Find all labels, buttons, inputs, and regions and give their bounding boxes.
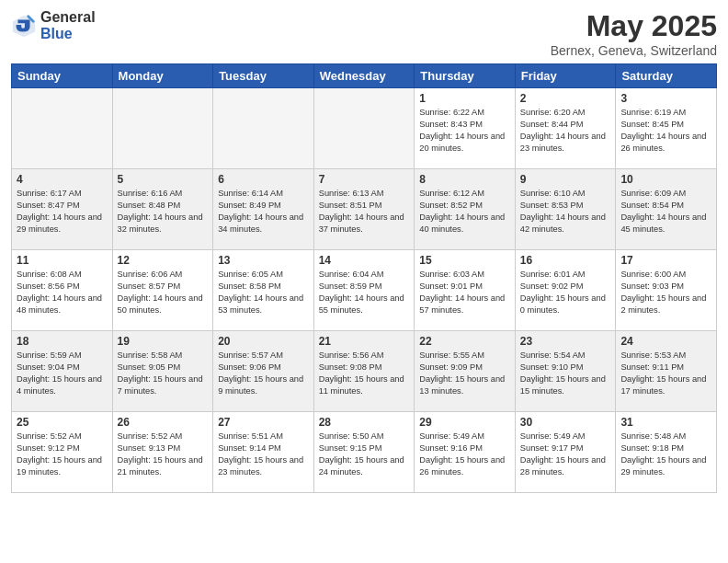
day-info: Sunrise: 5:49 AM Sunset: 9:16 PM Dayligh…: [419, 431, 510, 478]
calendar-cell: 16Sunrise: 6:01 AM Sunset: 9:02 PM Dayli…: [515, 250, 616, 331]
day-number: 23: [520, 335, 611, 348]
day-info: Sunrise: 5:57 AM Sunset: 9:06 PM Dayligh…: [218, 350, 309, 397]
calendar-week-0: 1Sunrise: 6:22 AM Sunset: 8:43 PM Daylig…: [12, 88, 717, 169]
calendar-cell: 19Sunrise: 5:58 AM Sunset: 9:05 PM Dayli…: [112, 331, 213, 412]
calendar-cell: 22Sunrise: 5:55 AM Sunset: 9:09 PM Dayli…: [415, 331, 516, 412]
col-monday: Monday: [112, 64, 213, 88]
day-number: 24: [620, 335, 711, 348]
day-number: 20: [218, 335, 309, 348]
calendar-cell: 27Sunrise: 5:51 AM Sunset: 9:14 PM Dayli…: [213, 412, 314, 493]
calendar-cell: [12, 88, 113, 169]
page-container: General Blue May 2025 Bernex, Geneva, Sw…: [0, 0, 728, 563]
day-number: 6: [218, 173, 309, 186]
day-info: Sunrise: 6:08 AM Sunset: 8:56 PM Dayligh…: [17, 269, 108, 316]
calendar-cell: [313, 88, 415, 169]
day-number: 31: [620, 416, 711, 429]
day-info: Sunrise: 6:19 AM Sunset: 8:45 PM Dayligh…: [620, 107, 711, 155]
day-info: Sunrise: 6:09 AM Sunset: 8:54 PM Dayligh…: [620, 188, 711, 236]
day-info: Sunrise: 5:58 AM Sunset: 9:05 PM Dayligh…: [118, 350, 209, 397]
day-info: Sunrise: 5:53 AM Sunset: 9:11 PM Dayligh…: [620, 350, 711, 397]
logo-text: General Blue: [40, 9, 96, 41]
calendar-body: 1Sunrise: 6:22 AM Sunset: 8:43 PM Daylig…: [12, 88, 717, 493]
day-info: Sunrise: 6:05 AM Sunset: 8:58 PM Dayligh…: [218, 269, 309, 316]
day-info: Sunrise: 6:10 AM Sunset: 8:53 PM Dayligh…: [520, 188, 611, 236]
header-row: Sunday Monday Tuesday Wednesday Thursday…: [12, 64, 717, 88]
calendar-cell: 24Sunrise: 5:53 AM Sunset: 9:11 PM Dayli…: [616, 331, 717, 412]
calendar-cell: 20Sunrise: 5:57 AM Sunset: 9:06 PM Dayli…: [213, 331, 314, 412]
day-number: 5: [118, 173, 209, 186]
day-info: Sunrise: 6:17 AM Sunset: 8:47 PM Dayligh…: [17, 188, 108, 236]
day-info: Sunrise: 5:59 AM Sunset: 9:04 PM Dayligh…: [17, 350, 108, 397]
calendar-week-3: 18Sunrise: 5:59 AM Sunset: 9:04 PM Dayli…: [12, 331, 717, 412]
day-number: 14: [319, 254, 410, 267]
calendar-cell: 28Sunrise: 5:50 AM Sunset: 9:15 PM Dayli…: [313, 412, 415, 493]
day-number: 15: [419, 254, 510, 267]
calendar-cell: 23Sunrise: 5:54 AM Sunset: 9:10 PM Dayli…: [515, 331, 616, 412]
day-number: 10: [620, 173, 711, 186]
calendar-week-4: 25Sunrise: 5:52 AM Sunset: 9:12 PM Dayli…: [12, 412, 717, 493]
day-info: Sunrise: 6:04 AM Sunset: 8:59 PM Dayligh…: [319, 269, 410, 316]
day-info: Sunrise: 6:16 AM Sunset: 8:48 PM Dayligh…: [118, 188, 209, 236]
day-number: 19: [118, 335, 209, 348]
day-info: Sunrise: 6:03 AM Sunset: 9:01 PM Dayligh…: [419, 269, 510, 316]
day-info: Sunrise: 6:14 AM Sunset: 8:49 PM Dayligh…: [218, 188, 309, 236]
col-wednesday: Wednesday: [313, 64, 415, 88]
day-info: Sunrise: 6:06 AM Sunset: 8:57 PM Dayligh…: [118, 269, 209, 316]
calendar-cell: 1Sunrise: 6:22 AM Sunset: 8:43 PM Daylig…: [415, 88, 516, 169]
day-number: 25: [17, 416, 108, 429]
day-info: Sunrise: 5:48 AM Sunset: 9:18 PM Dayligh…: [620, 431, 711, 478]
day-info: Sunrise: 5:50 AM Sunset: 9:15 PM Dayligh…: [319, 431, 410, 478]
day-number: 1: [419, 92, 510, 105]
day-number: 28: [319, 416, 410, 429]
day-number: 11: [17, 254, 108, 267]
calendar-header: Sunday Monday Tuesday Wednesday Thursday…: [12, 64, 717, 88]
day-info: Sunrise: 6:01 AM Sunset: 9:02 PM Dayligh…: [520, 269, 611, 316]
col-sunday: Sunday: [12, 64, 113, 88]
calendar-cell: 8Sunrise: 6:12 AM Sunset: 8:52 PM Daylig…: [415, 169, 516, 250]
logo-blue: Blue: [40, 26, 96, 42]
day-info: Sunrise: 6:00 AM Sunset: 9:03 PM Dayligh…: [620, 269, 711, 316]
day-number: 30: [520, 416, 611, 429]
calendar-cell: 5Sunrise: 6:16 AM Sunset: 8:48 PM Daylig…: [112, 169, 213, 250]
day-number: 4: [17, 173, 108, 186]
day-info: Sunrise: 5:56 AM Sunset: 9:08 PM Dayligh…: [319, 350, 410, 397]
calendar-cell: 14Sunrise: 6:04 AM Sunset: 8:59 PM Dayli…: [313, 250, 415, 331]
calendar-cell: 26Sunrise: 5:52 AM Sunset: 9:13 PM Dayli…: [112, 412, 213, 493]
calendar-table: Sunday Monday Tuesday Wednesday Thursday…: [11, 63, 717, 493]
day-info: Sunrise: 5:52 AM Sunset: 9:13 PM Dayligh…: [118, 431, 209, 478]
day-number: 9: [520, 173, 611, 186]
col-thursday: Thursday: [415, 64, 516, 88]
calendar-cell: 13Sunrise: 6:05 AM Sunset: 8:58 PM Dayli…: [213, 250, 314, 331]
day-number: 12: [118, 254, 209, 267]
day-number: 2: [520, 92, 611, 105]
day-number: 16: [520, 254, 611, 267]
calendar-cell: 10Sunrise: 6:09 AM Sunset: 8:54 PM Dayli…: [616, 169, 717, 250]
day-info: Sunrise: 5:55 AM Sunset: 9:09 PM Dayligh…: [419, 350, 510, 397]
calendar-cell: 17Sunrise: 6:00 AM Sunset: 9:03 PM Dayli…: [616, 250, 717, 331]
calendar-cell: 31Sunrise: 5:48 AM Sunset: 9:18 PM Dayli…: [616, 412, 717, 493]
day-number: 18: [17, 335, 108, 348]
calendar-cell: 25Sunrise: 5:52 AM Sunset: 9:12 PM Dayli…: [12, 412, 113, 493]
calendar-cell: 12Sunrise: 6:06 AM Sunset: 8:57 PM Dayli…: [112, 250, 213, 331]
main-title: May 2025: [551, 9, 717, 43]
day-number: 22: [419, 335, 510, 348]
day-info: Sunrise: 6:13 AM Sunset: 8:51 PM Dayligh…: [319, 188, 410, 236]
calendar-cell: 29Sunrise: 5:49 AM Sunset: 9:16 PM Dayli…: [415, 412, 516, 493]
calendar-cell: 4Sunrise: 6:17 AM Sunset: 8:47 PM Daylig…: [12, 169, 113, 250]
calendar-cell: 18Sunrise: 5:59 AM Sunset: 9:04 PM Dayli…: [12, 331, 113, 412]
calendar-cell: [112, 88, 213, 169]
day-number: 8: [419, 173, 510, 186]
calendar-week-2: 11Sunrise: 6:08 AM Sunset: 8:56 PM Dayli…: [12, 250, 717, 331]
calendar-cell: 11Sunrise: 6:08 AM Sunset: 8:56 PM Dayli…: [12, 250, 113, 331]
day-info: Sunrise: 6:22 AM Sunset: 8:43 PM Dayligh…: [419, 107, 510, 155]
col-tuesday: Tuesday: [213, 64, 314, 88]
calendar-week-1: 4Sunrise: 6:17 AM Sunset: 8:47 PM Daylig…: [12, 169, 717, 250]
day-info: Sunrise: 5:54 AM Sunset: 9:10 PM Dayligh…: [520, 350, 611, 397]
day-number: 29: [419, 416, 510, 429]
day-number: 26: [118, 416, 209, 429]
day-number: 13: [218, 254, 309, 267]
day-info: Sunrise: 6:20 AM Sunset: 8:44 PM Dayligh…: [520, 107, 611, 155]
calendar-cell: [213, 88, 314, 169]
title-section: May 2025 Bernex, Geneva, Switzerland: [551, 9, 717, 58]
logo-icon: [11, 13, 37, 39]
